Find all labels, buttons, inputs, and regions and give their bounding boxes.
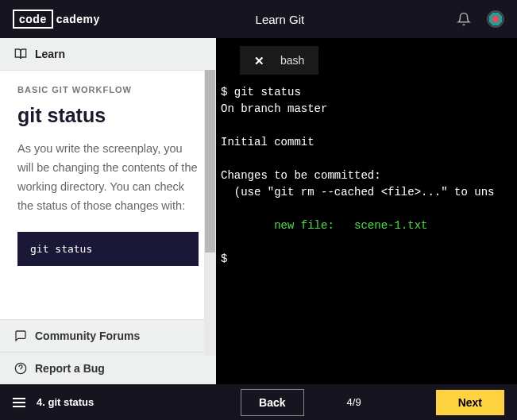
terminal-tab-label: bash xyxy=(280,54,304,67)
learn-tab[interactable]: Learn xyxy=(0,38,216,71)
report-bug-link[interactable]: Report a Bug xyxy=(0,352,216,384)
book-icon xyxy=(14,48,27,60)
terminal-tab-bash[interactable]: ✕ bash xyxy=(240,46,318,75)
progress-indicator: 4/9 xyxy=(347,396,361,408)
community-forums-link[interactable]: Community Forums xyxy=(0,319,216,352)
report-bug-label: Report a Bug xyxy=(35,362,105,375)
lesson-content: BASIC GIT WORKFLOW git status As you wri… xyxy=(0,71,216,319)
logo[interactable]: code cademy xyxy=(13,10,103,29)
terminal-tab-bar: ✕ bash xyxy=(216,38,517,75)
close-icon[interactable]: ✕ xyxy=(254,55,264,67)
notifications-icon[interactable] xyxy=(457,12,471,26)
back-button[interactable]: Back xyxy=(241,389,303,416)
learn-tab-label: Learn xyxy=(35,48,65,60)
avatar[interactable] xyxy=(487,10,504,28)
lesson-category: BASIC GIT WORKFLOW xyxy=(17,85,199,94)
terminal-panel: ✕ bash $ git status On branch master Ini… xyxy=(216,38,517,384)
top-bar: code cademy Learn Git xyxy=(0,0,517,38)
bottom-bar: 4. git status Back 4/9 Next xyxy=(0,384,517,420)
lesson-title: git status xyxy=(17,104,199,127)
scrollbar-thumb[interactable] xyxy=(205,70,215,252)
next-button[interactable]: Next xyxy=(436,390,504,415)
community-forums-label: Community Forums xyxy=(35,329,140,342)
course-title: Learn Git xyxy=(103,13,457,26)
logo-text: cademy xyxy=(53,11,103,27)
chat-icon xyxy=(14,329,27,342)
lesson-sidebar: Learn BASIC GIT WORKFLOW git status As y… xyxy=(0,38,216,384)
menu-icon[interactable] xyxy=(13,398,25,407)
code-example: git status xyxy=(17,232,199,266)
logo-box: code xyxy=(13,10,53,29)
terminal-output[interactable]: $ git status On branch master Initial co… xyxy=(216,75,517,384)
help-icon xyxy=(14,362,27,375)
main-area: Learn BASIC GIT WORKFLOW git status As y… xyxy=(0,38,517,384)
lesson-description: As you write the screenplay, you will be… xyxy=(17,140,199,216)
lesson-number-label[interactable]: 4. git status xyxy=(37,396,94,408)
